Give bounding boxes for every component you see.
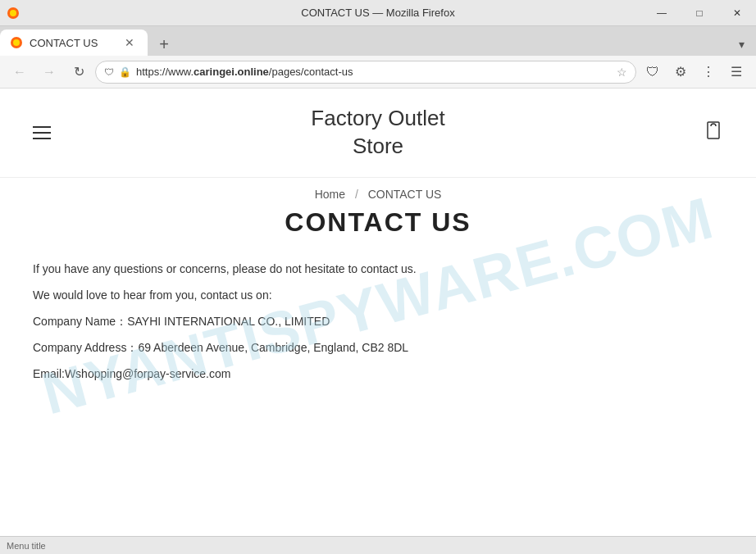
sync-icon[interactable]: 🛡 <box>640 59 666 85</box>
site-title: Factory Outlet Store <box>311 105 444 161</box>
company-address-label: Company Address： <box>33 341 138 354</box>
svg-rect-4 <box>708 122 719 138</box>
footer-text: Menu title <box>7 541 46 551</box>
window-title: CONTACT US — Mozilla Firefox <box>301 7 454 19</box>
site-title-line2: Store <box>353 134 403 158</box>
company-address-line: Company Address：69 Aberdeen Avenue, Camb… <box>33 336 723 359</box>
breadcrumb-home[interactable]: Home <box>315 188 345 201</box>
shield-icon: 🛡 <box>104 66 114 78</box>
hamburger-menu-button[interactable] <box>33 126 51 139</box>
company-name-label: Company Name： <box>33 315 127 328</box>
tabbar-end: ▾ <box>730 33 753 56</box>
url-display: https://www.caringei.online/pages/contac… <box>136 66 612 78</box>
site-header: Factory Outlet Store <box>0 89 756 178</box>
bookmark-star-icon[interactable]: ☆ <box>617 66 627 79</box>
reload-button[interactable]: ↻ <box>66 59 92 85</box>
minimize-button[interactable]: — <box>643 0 681 26</box>
email-label: Email: <box>33 367 65 380</box>
reload-icon: ↻ <box>74 64 84 79</box>
titlebar: CONTACT US — Mozilla Firefox — □ ✕ <box>0 0 756 26</box>
new-tab-button[interactable]: + <box>151 33 177 56</box>
firefox-icon <box>7 7 20 20</box>
url-domain: caringei.online <box>194 66 269 78</box>
contact-intro-line2: We would love to hear from you, contact … <box>33 284 723 307</box>
company-address-value: 69 Aberdeen Avenue, Cambridge, England, … <box>138 341 408 354</box>
breadcrumb-current: CONTACT US <box>368 188 442 201</box>
site-title-line1: Factory Outlet <box>311 106 444 130</box>
extensions-button[interactable]: ⚙ <box>667 59 694 85</box>
navbar: ← → ↻ 🛡 🔒 https://www.caringei.online/pa… <box>0 56 756 89</box>
tab-label: CONTACT US <box>30 37 115 49</box>
company-name-value: SAYHI INTERNATIONAL CO., LIMITED <box>127 315 330 328</box>
maximize-button[interactable]: □ <box>681 0 718 26</box>
email-value: Wshopping@forpay-service.com <box>65 367 231 380</box>
menu-button[interactable]: ☰ <box>723 59 749 85</box>
contact-heading: CONTACT US <box>33 207 723 238</box>
close-button[interactable]: ✕ <box>718 0 756 26</box>
tab-close-button[interactable]: ✕ <box>121 34 138 51</box>
back-icon: ← <box>13 65 26 79</box>
company-name-line: Company Name：SAYHI INTERNATIONAL CO., LI… <box>33 310 723 333</box>
cart-icon[interactable] <box>704 120 723 145</box>
address-bar[interactable]: 🛡 🔒 https://www.caringei.online/pages/co… <box>95 61 636 84</box>
breadcrumb: Home / CONTACT US <box>0 178 756 207</box>
contact-intro-line1: If you have any questions or concerns, p… <box>33 257 723 280</box>
email-line: Email:Wshopping@forpay-service.com <box>33 362 723 385</box>
lock-icon: 🔒 <box>119 66 131 78</box>
main-content: CONTACT US If you have any questions or … <box>0 207 756 405</box>
active-tab[interactable]: CONTACT US ✕ <box>0 30 148 56</box>
window-controls: — □ ✕ <box>643 0 756 26</box>
tab-favicon-icon <box>10 36 23 49</box>
more-tools-button[interactable]: ⋮ <box>695 59 722 85</box>
tabbar: CONTACT US ✕ + ▾ <box>0 26 756 56</box>
tab-list-chevron[interactable]: ▾ <box>730 33 753 56</box>
forward-icon: → <box>43 65 56 79</box>
svg-point-1 <box>10 10 16 16</box>
footer-bar: Menu title <box>0 536 756 554</box>
svg-point-3 <box>13 39 20 46</box>
forward-button[interactable]: → <box>36 59 62 85</box>
page-content-area: NYANTISPYWARE.COM Factory Outlet Store H… <box>0 89 756 536</box>
navbar-tools: 🛡 ⚙ ⋮ ☰ <box>640 59 749 85</box>
contact-body: If you have any questions or concerns, p… <box>33 257 723 385</box>
back-button[interactable]: ← <box>7 59 33 85</box>
breadcrumb-separator: / <box>355 188 358 201</box>
